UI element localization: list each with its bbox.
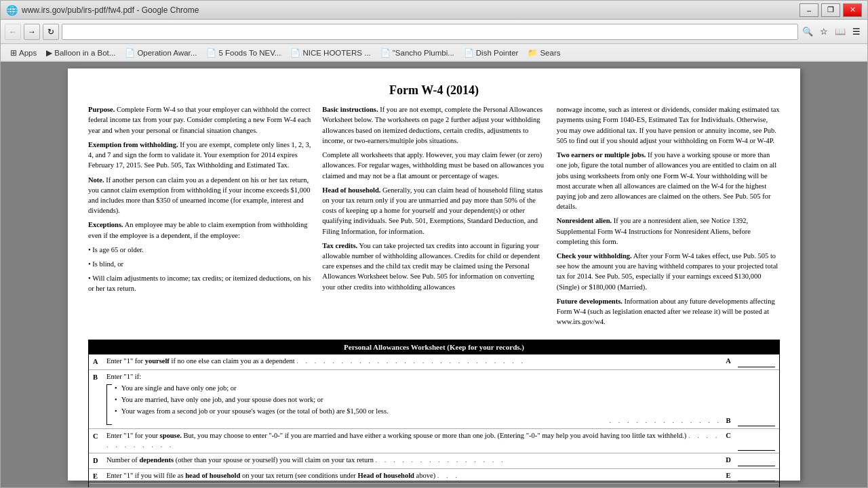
bookmark-icon[interactable]: 📖 <box>833 25 847 39</box>
purpose-heading: Purpose. <box>88 106 115 113</box>
row-c-line <box>738 441 775 451</box>
worksheet-section: Personal Allowances Worksheet (Keep for … <box>88 340 780 487</box>
row-b-line <box>738 417 775 426</box>
bookmark-sears[interactable]: 📁 Sears <box>524 47 564 59</box>
check-paragraph: Check your withholding. After your Form … <box>557 251 780 292</box>
nav-right-icons: 🔍 ☆ 📖 ☰ <box>801 25 863 39</box>
row-b-item-1: • You are single and have only one job; … <box>115 383 609 394</box>
nonresident-paragraph: Nonresident alien. If you are a nonresid… <box>557 216 780 247</box>
row-a-line <box>738 358 775 367</box>
bookmark-5foods[interactable]: 📄 5 Foods To NEV... <box>202 47 285 59</box>
back-button[interactable]: ← <box>5 24 21 40</box>
star-icon[interactable]: ☆ <box>817 25 831 39</box>
bookmark-balloon[interactable]: ▶ Balloon in a Bot... <box>42 47 119 59</box>
row-a-letter: A <box>93 357 106 367</box>
browser-window: 🌐 www.irs.gov/pub/irs-pdf/fw4.pdf - Goog… <box>0 0 868 488</box>
form-title: Form W-4 (2014) <box>88 82 780 99</box>
exemption-heading: Exemption from withholding. <box>88 141 178 148</box>
pdf-page: Form W-4 (2014) Purpose. Complete Form W… <box>68 68 800 481</box>
bookmark-sears-label: Sears <box>540 49 560 57</box>
row-b-item-2: • You are married, have only one job, an… <box>115 394 609 406</box>
nonwage-text: nonwage income, such as interest or divi… <box>557 106 780 144</box>
tax-heading: Tax credits. <box>322 242 357 249</box>
worksheet-title: Personal Allowances Worksheet <box>344 343 446 351</box>
pdf-col-3: nonwage income, such as interest or divi… <box>557 104 780 331</box>
future-paragraph: Future developments. Information about a… <box>557 296 780 327</box>
worksheet-row-a: A Enter "1" for yourself if no one else … <box>89 354 779 370</box>
restore-button[interactable]: ❐ <box>821 3 840 17</box>
worksheet-row-b: B Enter "1" if: • You are single and hav… <box>89 370 779 429</box>
bookmark-dish[interactable]: 📄 Dish Pointer <box>460 47 523 59</box>
bookmark-nicehooters[interactable]: 📄 NICE HOOTERS ... <box>286 47 374 59</box>
row-e-line <box>738 472 775 481</box>
worksheet-subtitle: (Keep for your records.) <box>447 343 524 351</box>
bookmark-5foods-label: 5 Foods To NEV... <box>218 49 281 57</box>
check-heading: Check your withholding. <box>557 252 632 260</box>
row-e-letter: E <box>93 471 106 482</box>
row-f-end: F <box>722 486 735 487</box>
5foods-icon: 📄 <box>206 48 216 58</box>
pdf-viewer[interactable]: Form W-4 (2014) Purpose. Complete Form W… <box>1 62 867 487</box>
window-controls: – ❐ ✕ <box>800 3 862 17</box>
nonwage-paragraph: nonwage income, such as interest or divi… <box>557 104 780 146</box>
row-f-content: Enter "1" if you have at least $2,000 of… <box>106 486 722 487</box>
tax-paragraph: Tax credits. You can take projected tax … <box>322 241 545 292</box>
row-b-item-3-text: Your wages from a second job or your spo… <box>121 407 389 417</box>
two-earners-paragraph: Two earners or multiple jobs. If you hav… <box>557 150 780 211</box>
row-f-letter: F <box>93 486 106 487</box>
pdf-col-1: Purpose. Complete Form W-4 so that your … <box>88 104 311 331</box>
title-bar-left: 🌐 www.irs.gov/pub/irs-pdf/fw4.pdf - Goog… <box>6 5 199 16</box>
row-b-items: • You are single and have only one job; … <box>115 383 609 417</box>
worksheet-header: Personal Allowances Worksheet (Keep for … <box>89 340 779 354</box>
bookmark-operation[interactable]: 📄 Operation Awar... <box>121 47 201 59</box>
bookmark-dish-label: Dish Pointer <box>476 49 519 57</box>
two-earners-heading: Two earners or multiple jobs. <box>557 151 646 159</box>
apps-icon: ⊞ <box>10 48 17 58</box>
bullet1: • Is age 65 or older. <box>88 245 311 255</box>
note-heading: Note. <box>88 176 104 184</box>
two-earners-text: If you have a working spouse or more tha… <box>557 151 777 210</box>
note-paragraph: Note. If another person can claim you as… <box>88 175 311 216</box>
nonresident-heading: Nonresident alien. <box>557 217 612 224</box>
row-e-content: Enter "1" if you will file as head of ho… <box>106 471 722 481</box>
bullet-icon-3: • <box>115 407 117 417</box>
row-b-item-2-text: You are married, have only one job, and … <box>121 395 323 405</box>
complete-paragraph: Complete all worksheets that apply. Howe… <box>322 150 545 181</box>
nicehooters-icon: 📄 <box>290 48 300 58</box>
balloon-icon: ▶ <box>46 48 52 58</box>
title-bar: 🌐 www.irs.gov/pub/irs-pdf/fw4.pdf - Goog… <box>1 1 867 20</box>
row-c-content: Enter "1" for your spouse. But, you may … <box>106 431 722 451</box>
menu-icon[interactable]: ☰ <box>850 25 863 39</box>
forward-button[interactable]: → <box>24 24 40 40</box>
bookmarks-bar: ⊞ Apps ▶ Balloon in a Bot... 📄 Operation… <box>1 44 867 62</box>
purpose-text: Complete Form W-4 so that your employer … <box>88 106 311 134</box>
complete-text: Complete all worksheets that apply. Howe… <box>322 151 544 179</box>
nav-bar: ← → ↻ www.irs.gov/pub/irs-pdf/fw4.pdf 🔍 … <box>1 20 867 44</box>
row-d-line <box>738 457 775 466</box>
bookmark-sancho-label: "Sancho Plumbi... <box>393 49 454 57</box>
reload-button[interactable]: ↻ <box>43 24 59 40</box>
row-d-content: Number of dependents (other than your sp… <box>106 455 722 466</box>
purpose-paragraph: Purpose. Complete Form W-4 so that your … <box>88 104 311 136</box>
worksheet-row-e: E Enter "1" if you will file as head of … <box>89 469 779 485</box>
search-icon[interactable]: 🔍 <box>801 25 814 39</box>
bookmark-apps-label: Apps <box>19 49 37 57</box>
row-b-item-3: • Your wages from a second job or your s… <box>115 406 609 418</box>
worksheet-row-c: C Enter "1" for your spouse. But, you ma… <box>89 429 779 453</box>
close-button[interactable]: ✕ <box>843 3 862 17</box>
minimize-button[interactable]: – <box>800 3 818 17</box>
chrome-icon: 🌐 <box>6 5 18 16</box>
worksheet-row-f: F Enter "1" if you have at least $2,000 … <box>89 484 779 487</box>
row-b-content: Enter "1" if: • You are single and have … <box>106 372 609 426</box>
address-bar[interactable]: www.irs.gov/pub/irs-pdf/fw4.pdf <box>62 24 798 40</box>
bullet3: • Will claim adjustments to income; tax … <box>88 273 311 293</box>
bookmark-sancho[interactable]: 📄 "Sancho Plumbi... <box>376 47 458 59</box>
bullet2: • Is blind, or <box>88 259 311 269</box>
sancho-icon: 📄 <box>380 48 391 58</box>
exemption-paragraph: Exemption from withholding. If you are e… <box>88 140 311 171</box>
basic-paragraph: Basic instructions. If you are not exemp… <box>322 104 545 146</box>
exceptions-paragraph: Exceptions. An employee may be able to c… <box>88 220 311 240</box>
worksheet-row-d: D Number of dependents (other than your … <box>89 453 779 469</box>
bookmark-apps[interactable]: ⊞ Apps <box>6 47 41 59</box>
row-a-content: Enter "1" for yourself if no one else ca… <box>106 357 722 367</box>
